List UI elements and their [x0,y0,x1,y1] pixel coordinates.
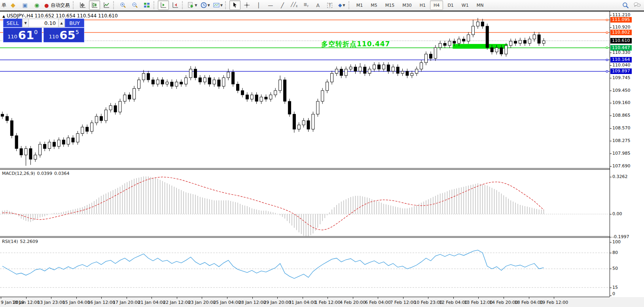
candle [138,80,140,89]
level-line-handle[interactable] [606,47,608,49]
time-tick-mark [378,297,378,299]
autotrading-button[interactable]: ● 自动交易 [43,0,72,10]
level-line-handle[interactable] [606,59,608,61]
candle [472,26,475,35]
price-panel[interactable]: ▲USDJPY-,H4 110.652 110.654 110.544 110.… [0,11,610,168]
axis-tick-mark [610,141,612,141]
axis-tick-mark [610,53,612,53]
timeframe-button-D1[interactable]: D1 [444,0,457,10]
level-line-handle[interactable] [606,19,608,21]
price-badge: 109.897 [610,68,632,74]
arrows-button[interactable]: ◆▼ [336,0,347,10]
fibonacci-icon[interactable]: ≣F [301,0,312,10]
timeframe-button-M30[interactable]: M30 [399,0,415,10]
timeframe-button-M15[interactable]: M15 [382,0,398,10]
bar-chart-icon[interactable] [77,0,88,10]
macd-panel[interactable]: MACD(12,26,9)0.03990.0364 [0,170,610,236]
candle [57,140,60,146]
candle [491,47,493,52]
rsi-panel[interactable]: RSI(14)52.2609 [0,238,610,297]
candlestick-chart [0,11,610,168]
candle [81,127,84,133]
rsi-chart [0,238,610,297]
periods-button[interactable]: ▼ [199,0,211,10]
price-tick-label: 109.160 [612,100,631,105]
trendline-icon[interactable]: ╱ [277,0,288,10]
candle [269,95,272,99]
volume-up-button[interactable]: ▲ [58,19,65,27]
rsi-tick-label: 50 [612,266,618,271]
volume-input[interactable]: 0.10 [29,19,58,27]
timeframe-button-H1[interactable]: H1 [416,0,429,10]
candle [72,138,74,142]
candle [208,78,211,84]
signal-icon[interactable]: ◉ [31,0,42,10]
time-tick-mark [252,297,253,299]
candle [510,41,512,45]
search-icon[interactable] [620,0,631,10]
auto-scroll-icon[interactable] [158,0,169,10]
tile-windows-icon[interactable] [141,0,152,10]
volume-down-button[interactable]: ▼ [22,19,29,27]
equidistant-channel-icon[interactable]: ╱╱E [289,0,300,10]
time-tick-mark [504,297,504,299]
candle [152,80,154,84]
price-axis[interactable]: 111.210110.920110.330110.040109.745109.4… [610,11,644,297]
buy-price[interactable]: 110655 [44,28,84,42]
indicators-button[interactable]: ▼ [186,0,198,10]
support-zone-rectangle[interactable] [453,44,508,49]
candle [373,65,376,69]
chart-shift-icon[interactable] [170,0,181,10]
vertical-line-icon[interactable]: │ [253,0,264,10]
candle [505,45,508,54]
level-line-handle[interactable] [606,70,608,72]
candle [123,95,126,101]
terminal-icon[interactable]: ▣ [19,0,30,10]
timeframe-button-M5[interactable]: M5 [367,0,381,10]
text-label-icon[interactable]: T [324,0,335,10]
zoom-out-icon[interactable] [129,0,140,10]
time-axis[interactable]: 9 Jan 201910 Jan 12:0013 Jan 23:0015 Jan… [0,297,644,307]
rsi-value: 52.2609 [20,239,38,244]
price-tick-label: 107.985 [612,151,631,156]
chart-window: ▲USDJPY-,H4 110.652 110.654 110.544 110.… [0,11,644,307]
chat-icon[interactable] [632,0,643,10]
candle [227,72,230,78]
buy-button[interactable]: BUY [65,19,84,27]
collapse-triangle-icon[interactable]: ▲ [2,14,5,18]
candle [133,89,136,99]
sell-price[interactable]: 110610 [3,28,42,42]
zoom-in-icon[interactable] [117,0,129,10]
price-badge: 111.095 [610,17,632,23]
candle [481,22,484,26]
horizontal-line-icon[interactable]: — [265,0,276,10]
candle [255,95,258,101]
new-order-label[interactable]: 单 [2,2,6,9]
candle [312,114,314,129]
candle [67,138,70,144]
crosshair-icon[interactable] [241,0,252,10]
text-icon[interactable]: A [313,0,324,10]
sell-button[interactable]: SELL [3,19,22,27]
cursor-icon[interactable] [229,0,241,10]
timeframe-button-H4[interactable]: H4 [430,0,443,10]
level-line-handle[interactable] [606,32,608,34]
candle [439,44,441,48]
pivot-annotation[interactable]: 多空转折点110.447 [321,40,390,48]
candle [86,127,89,131]
line-chart-icon[interactable] [101,0,112,10]
candle [161,80,164,84]
templates-button[interactable]: ▼ [212,0,224,10]
candlestick-chart-icon[interactable] [89,0,100,10]
candle [104,110,107,121]
timeframe-button-MN[interactable]: MN [473,0,487,10]
axis-tick-mark [610,128,612,129]
candle [316,101,319,114]
candle [345,69,347,76]
timeframe-button-W1[interactable]: W1 [458,0,472,10]
time-tick-mark [303,297,303,299]
gold-icon[interactable]: ◆ [8,0,19,10]
candle [411,74,413,76]
candle [274,91,277,95]
timeframe-button-M1[interactable]: M1 [353,0,367,10]
